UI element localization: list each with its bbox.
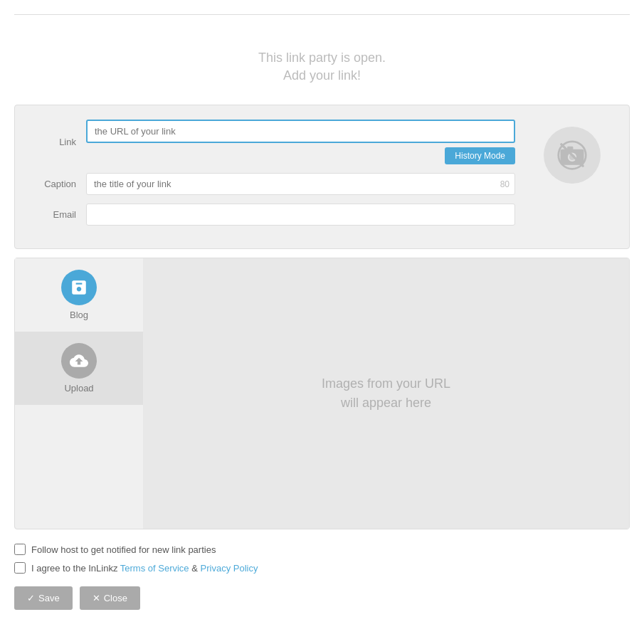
email-label: Email [29,209,86,220]
agree-terms-checkbox[interactable] [14,562,26,574]
caption-row: Caption 80 [29,173,515,195]
link-row: Link History Mode [29,120,515,164]
link-label: Link [29,137,86,147]
save-check-icon: ✓ [27,593,35,603]
agree-terms-row: I agree to the InLinkz Terms of Service … [14,562,630,574]
save-label: Save [38,593,60,603]
page-header: This link party is open. Add your link! [14,36,630,105]
form-fields: Link History Mode Caption 80 Email [29,120,515,234]
caption-input-wrapper: 80 [86,173,515,195]
close-label: Close [104,593,127,603]
blog-icon [70,278,88,297]
agree-and: & [189,563,201,574]
camera-icon-area [529,120,615,184]
camera-no-photo-icon [544,127,601,184]
tab-sidebar: Blog Upload [15,258,143,529]
close-button[interactable]: ✕ Close [80,586,140,610]
agree-prefix: I agree to the InLinkz [31,563,120,574]
checkboxes-section: Follow host to get notified for new link… [14,544,630,574]
blog-icon-circle [61,270,97,305]
terms-of-service-link[interactable]: Terms of Service [120,563,189,574]
image-panel: Blog Upload Images from your URL will ap… [14,258,630,529]
upload-tab-label: Upload [64,383,93,394]
upload-icon-circle [61,343,97,379]
image-area-line2: will appear here [341,394,431,413]
follow-host-checkbox[interactable] [14,544,26,555]
image-area: Images from your URL will appear here [143,258,629,529]
blog-tab[interactable]: Blog [15,258,143,332]
upload-tab[interactable]: Upload [15,332,143,405]
header-line2: Add your link! [14,68,630,83]
follow-host-row: Follow host to get notified for new link… [14,544,630,555]
upload-icon [70,352,88,370]
link-input[interactable] [86,120,515,143]
save-button[interactable]: ✓ Save [14,586,73,610]
follow-host-label: Follow host to get notified for new link… [31,544,216,555]
caption-label: Caption [29,179,86,189]
blog-tab-label: Blog [70,310,88,320]
email-input[interactable] [86,204,515,226]
history-mode-button[interactable]: History Mode [445,147,515,164]
history-btn-wrapper: History Mode [445,147,515,164]
header-line1: This link party is open. [14,51,630,65]
caption-input[interactable] [86,173,515,195]
caption-count: 80 [500,179,510,189]
image-area-line1: Images from your URL [322,374,450,394]
buttons-section: ✓ Save ✕ Close [14,586,630,610]
email-input-wrapper [86,204,515,226]
email-row: Email [29,204,515,226]
privacy-policy-link[interactable]: Privacy Policy [201,563,258,574]
link-form-panel: Link History Mode Caption 80 Email [14,105,630,249]
close-x-icon: ✕ [93,593,100,603]
link-input-wrapper: History Mode [86,120,515,164]
agree-terms-label: I agree to the InLinkz Terms of Service … [31,563,258,574]
